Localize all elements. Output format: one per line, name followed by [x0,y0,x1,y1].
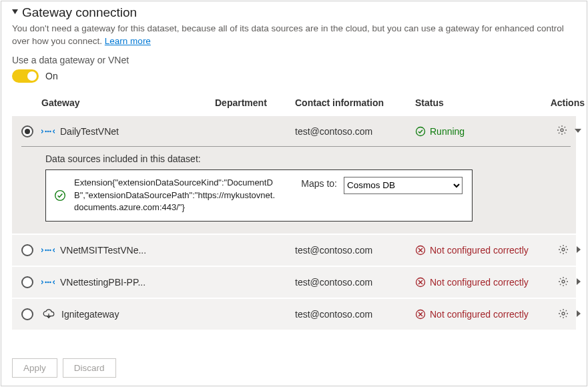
svg-point-10 [562,248,565,251]
gateway-cell: Ignitegateway [41,309,215,320]
gear-icon[interactable] [557,125,567,137]
select-radio[interactable] [21,276,33,288]
apply-button[interactable]: Apply [12,358,57,378]
contact-cell: test@contoso.com [295,126,415,137]
chevron-right-icon[interactable] [575,277,582,288]
description-prefix: You don't need a gateway for this datase… [12,23,564,46]
gateway-name: DailyTestVNet [60,126,119,137]
gear-icon[interactable] [558,276,569,289]
datasource-box: Extension{"extensionDataSourceKind":"Doc… [45,169,473,222]
vnet-icon [41,126,55,137]
svg-point-6 [45,250,47,252]
toggle-state-text: On [45,71,58,81]
table-header-row: Gateway Department Contact information S… [12,92,576,115]
gateway-toggle[interactable] [12,69,39,83]
discard-button[interactable]: Discard [63,358,116,378]
status-text: Not configured correctly [430,245,529,256]
col-contact: Contact information [295,97,415,108]
chevron-right-icon[interactable] [575,309,582,320]
table-row[interactable]: DailyTestVNet test@contoso.com Running [12,115,576,147]
expanded-datasources: Data sources included in this dataset: E… [12,147,576,234]
svg-point-8 [49,250,51,252]
gateway-name: VNetMSITTestVNe... [60,245,146,256]
svg-point-5 [55,191,65,201]
datasource-text: Extension{"extensionDataSourceKind":"Doc… [74,177,276,215]
svg-point-1 [47,130,49,132]
svg-point-11 [45,282,47,284]
svg-point-17 [562,312,565,315]
col-status: Status [415,97,549,108]
error-circle-icon [415,277,426,288]
svg-point-4 [561,129,563,131]
status-text: Not configured correctly [430,309,529,320]
page-title: Gateway connection [22,5,137,20]
table-row[interactable]: Ignitegateway test@contoso.com Not confi… [12,298,576,330]
gateway-table: Gateway Department Contact information S… [12,92,576,330]
gateway-connection-panel: Gateway connection You don't need a gate… [1,1,587,386]
svg-point-12 [47,282,49,284]
collapse-caret-icon[interactable] [12,9,18,17]
gear-icon[interactable] [558,244,569,257]
description-text: You don't need a gateway for this datase… [12,23,576,48]
svg-point-15 [562,280,565,283]
check-circle-icon [54,189,70,202]
error-circle-icon [415,309,426,320]
error-circle-icon [415,245,426,256]
col-gateway: Gateway [41,97,215,108]
status-cell: Not configured correctly [415,309,549,320]
status-cell: Not configured correctly [415,277,549,288]
gateway-cell: DailyTestVNet [41,126,215,137]
select-radio[interactable] [21,308,33,320]
select-radio[interactable] [21,125,33,137]
table-row[interactable]: VNetMSITTestVNe... test@contoso.com Not … [12,234,576,266]
gateway-name: VNettestingPBI-PP... [60,277,145,288]
svg-point-13 [49,282,51,284]
maps-to-select[interactable]: Cosmos DB [344,177,463,194]
cloud-gateway-icon [41,309,56,320]
col-department: Department [215,97,295,108]
chevron-down-icon[interactable] [574,126,582,137]
select-radio[interactable] [21,244,33,256]
check-circle-icon [415,126,426,137]
svg-point-2 [49,130,51,132]
use-gateway-label: Use a data gateway or VNet [12,55,576,65]
contact-cell: test@contoso.com [295,309,415,320]
status-text: Running [430,126,465,137]
vnet-icon [41,277,55,288]
maps-to-label: Maps to: [280,177,340,189]
svg-point-7 [47,250,49,252]
status-text: Not configured correctly [430,277,529,288]
datasources-title: Data sources included in this dataset: [45,153,565,164]
table-row[interactable]: VNettestingPBI-PP... test@contoso.com No… [12,266,576,298]
chevron-right-icon[interactable] [575,245,582,256]
gateway-name: Ignitegateway [61,309,119,320]
gear-icon[interactable] [558,308,569,321]
contact-cell: test@contoso.com [295,277,415,288]
gateway-cell: VNettestingPBI-PP... [41,277,215,288]
col-actions: Actions [549,97,588,108]
svg-point-0 [45,130,47,132]
contact-cell: test@contoso.com [295,245,415,256]
gateway-cell: VNetMSITTestVNe... [41,245,215,256]
learn-more-link[interactable]: Learn more [105,36,151,46]
status-cell: Running [415,126,549,137]
status-cell: Not configured correctly [415,245,549,256]
vnet-icon [41,245,55,256]
